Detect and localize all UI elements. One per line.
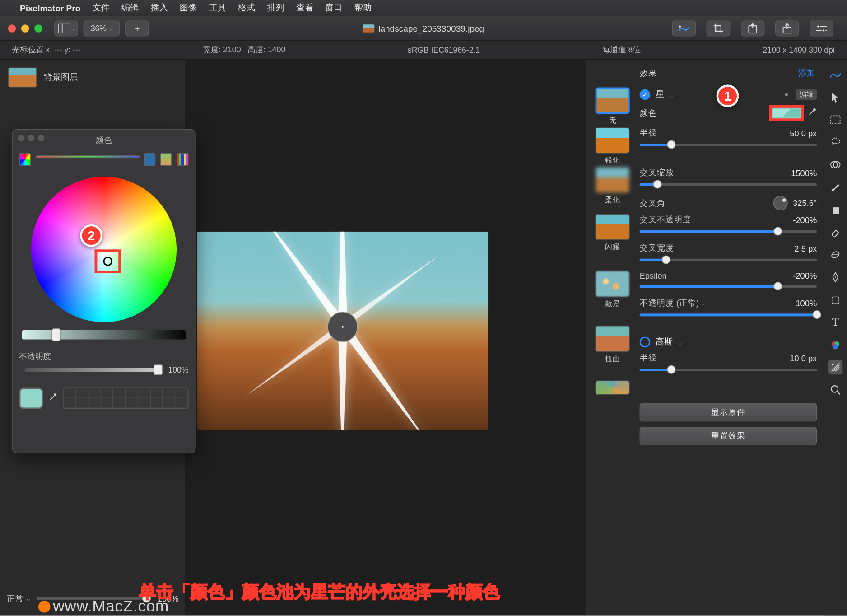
blend-mode-dropdown[interactable]: 正常⌵ [7, 593, 30, 604]
fx-category-none[interactable] [596, 87, 630, 114]
share-button[interactable] [775, 20, 799, 36]
effect-name-gauss[interactable]: 高斯 [656, 336, 673, 348]
autoenhance-button[interactable] [672, 20, 696, 36]
shape-tool-icon[interactable]: ▢ [828, 293, 842, 307]
swatch-grid[interactable] [63, 387, 188, 409]
epsilon-slider[interactable] [640, 285, 817, 288]
menu-insert[interactable]: 插入 [151, 2, 168, 14]
minimize-window-button[interactable] [21, 24, 29, 33]
repair-tool-icon[interactable] [828, 247, 842, 262]
fx-category-blur[interactable] [596, 167, 630, 193]
zoom-dropdown[interactable]: 36%⌵ [84, 20, 120, 36]
color-wheel[interactable]: 2 [31, 177, 177, 322]
effect-drag-handle[interactable] [327, 312, 358, 342]
gauss-radius-slider[interactable] [640, 369, 817, 371]
menu-arrange[interactable]: 排列 [267, 2, 284, 14]
zoom-tool-icon[interactable] [828, 383, 842, 397]
sidebar-toggle-button[interactable]: ⌵ [54, 20, 78, 36]
effect-name-star[interactable]: 星 [656, 89, 664, 100]
lasso-tool-icon[interactable] [828, 135, 842, 149]
fx-category-bokeh[interactable] [596, 271, 630, 297]
tutorial-caption: 单击「颜色」颜色池为星芒的外壳选择一种颜色 [139, 580, 500, 603]
brush-tool-icon[interactable] [828, 180, 842, 194]
color-tab-wheel[interactable] [19, 153, 31, 166]
panel-max-dot[interactable] [38, 135, 45, 142]
chevron-down-icon[interactable]: ⌵ [678, 338, 682, 345]
eyedropper-icon[interactable] [808, 107, 817, 119]
reset-effects-button[interactable]: 重置效果 [640, 427, 817, 445]
menu-format[interactable]: 格式 [238, 2, 255, 14]
fullscreen-window-button[interactable] [34, 24, 42, 33]
fill-tool-icon[interactable]: ◼ [828, 202, 842, 217]
auto-adjust-tool-icon[interactable] [828, 67, 842, 82]
add-effect-button[interactable]: 添加 [798, 67, 815, 79]
panel-min-dot[interactable] [28, 135, 35, 142]
close-window-button[interactable] [8, 24, 16, 33]
app-name[interactable]: Pixelmator Pro [20, 3, 80, 13]
gauss-enabled-checkbox[interactable] [640, 337, 650, 347]
color-tab-pencils[interactable] [177, 153, 188, 166]
angle-dial[interactable] [773, 196, 787, 210]
color-tab-image[interactable] [160, 153, 172, 166]
effect-opacity-slider[interactable] [640, 313, 817, 316]
svg-point-24 [832, 386, 838, 392]
crop-button[interactable] [707, 20, 731, 36]
color-adjust-tool-icon[interactable] [828, 158, 842, 172]
layer-row-background[interactable]: 背景图层 [5, 65, 180, 90]
fx-cat-label-blur: 柔化 [605, 195, 619, 205]
doc-title-text: landscape_205330039.jpeg [378, 23, 484, 33]
menu-help[interactable]: 帮助 [354, 2, 372, 14]
show-original-button[interactable]: 显示原件 [640, 403, 817, 421]
cross-opacity-slider[interactable] [640, 230, 817, 233]
cross-scale-slider[interactable] [640, 183, 817, 186]
add-button[interactable]: ＋ [125, 20, 149, 36]
menu-file[interactable]: 文件 [93, 2, 110, 14]
prop-gauss-radius-value: 10.0 px [790, 354, 817, 363]
cross-width-slider[interactable] [640, 259, 817, 261]
color-wheel-cursor[interactable] [94, 249, 121, 273]
color-tab-palette[interactable] [144, 153, 156, 166]
arrow-tool-icon[interactable] [828, 90, 842, 104]
eyedropper-icon[interactable] [48, 392, 58, 404]
fx-category-distort[interactable] [596, 326, 630, 352]
menu-window[interactable]: 窗口 [325, 2, 342, 14]
layer-thumb-icon [8, 67, 37, 87]
canvas-area[interactable] [185, 60, 585, 616]
menu-image[interactable]: 图像 [180, 2, 197, 14]
fx-cat-label-distort: 扭曲 [605, 354, 619, 364]
menu-edit[interactable]: 编辑 [121, 2, 139, 14]
pen-tool-icon[interactable] [828, 270, 842, 285]
brightness-slider[interactable] [22, 330, 186, 340]
svg-point-23 [832, 364, 833, 365]
prop-radius-value: 50.0 px [790, 129, 817, 138]
opacity-slider[interactable] [24, 368, 163, 372]
menu-tools[interactable]: 工具 [209, 2, 226, 14]
image-dimensions: 2100 x 1400 300 dpi [763, 45, 834, 55]
edit-indicator-dot [785, 93, 788, 96]
prop-gauss-radius-label: 半径 [640, 353, 657, 364]
edit-effect-button[interactable]: 编辑 [796, 89, 817, 100]
color-well[interactable] [769, 105, 804, 121]
chevron-down-icon[interactable]: ⌵ [670, 91, 674, 98]
panel-close-dot[interactable] [18, 135, 25, 142]
menu-view[interactable]: 查看 [296, 2, 313, 14]
prop-cross-width-value: 2.5 px [794, 244, 817, 253]
fx-category-sharpen[interactable] [596, 127, 630, 154]
color-picker-tool-icon[interactable] [828, 337, 842, 352]
fx-category-shine[interactable] [596, 214, 630, 240]
prop-cross-opacity-label: 交叉不透明度 [640, 215, 691, 226]
radius-slider[interactable] [640, 144, 817, 146]
eraser-tool-icon[interactable] [828, 225, 842, 239]
window-toolbar: ⌵ 36%⌵ ＋ landscape_205330039.jpeg [0, 16, 847, 41]
effects-tool-icon[interactable] [828, 360, 842, 374]
inspector-toggle-button[interactable] [810, 20, 833, 36]
text-tool-icon[interactable]: T [828, 315, 842, 329]
color-tab-sliders[interactable] [36, 155, 140, 158]
effect-enabled-checkbox[interactable]: ✓ [640, 89, 650, 100]
marquee-tool-icon[interactable] [828, 112, 842, 127]
document-title: landscape_205330039.jpeg [363, 23, 484, 33]
export-button[interactable] [741, 20, 765, 36]
current-color-swatch[interactable] [19, 387, 43, 409]
svg-point-5 [817, 25, 819, 27]
fx-category-kaleidoscope[interactable] [596, 380, 630, 395]
